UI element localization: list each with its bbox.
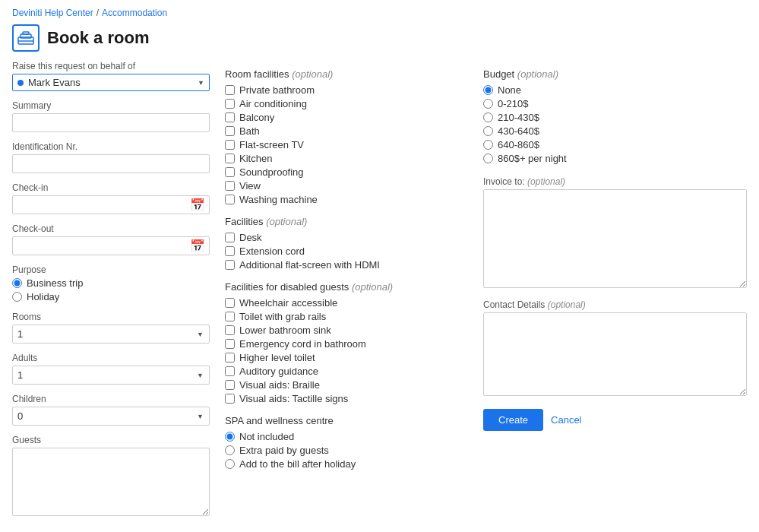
facility-hdmi-checkbox[interactable] [225,260,235,270]
facilities-group: Desk Extension cord Additional flat-scre… [225,232,468,271]
facility-high-toilet-checkbox[interactable] [225,353,235,363]
create-button[interactable]: Create [483,409,543,431]
facility-emergency-cord-checkbox[interactable] [225,339,235,349]
facility-washing-machine[interactable]: Washing machine [225,194,468,205]
children-field: Children 012 [12,394,210,426]
spa-not-included[interactable]: Not included [225,431,468,442]
facility-high-toilet[interactable]: Higher level toilet [225,352,468,363]
budget-640-860-radio[interactable] [483,140,493,150]
facility-extension-cord[interactable]: Extension cord [225,245,468,257]
purpose-holiday-radio[interactable] [12,292,22,302]
facility-auditory[interactable]: Auditory guidance [225,366,468,377]
requester-label: Raise this request on behalf of [12,61,210,71]
facility-hdmi[interactable]: Additional flat-screen with HDMI [225,259,468,271]
adults-select-wrapper: 123 [12,366,210,385]
budget-210-430[interactable]: 210-430$ [483,112,747,123]
contact-textarea[interactable] [483,312,747,396]
facility-low-sink[interactable]: Lower bathroom sink [225,325,468,336]
spa-add-bill[interactable]: Add to the bill after holiday [225,458,468,470]
requester-dropdown[interactable]: Mark Evans ▼ [12,74,210,91]
facility-flat-tv-checkbox[interactable] [225,140,235,150]
spa-extra-paid[interactable]: Extra paid by guests [225,445,468,456]
budget-640-860[interactable]: 640-860$ [483,139,747,150]
budget-430-640[interactable]: 430-640$ [483,125,747,137]
adults-field: Adults 123 [12,353,210,385]
facility-braille[interactable]: Visual aids: Braille [225,379,468,391]
guests-textarea[interactable] [12,448,210,516]
checkout-input[interactable] [12,236,210,255]
rooms-select-wrapper: 123 [12,325,210,344]
checkout-label: Check-out [12,223,210,234]
facility-air-conditioning-checkbox[interactable] [225,99,235,109]
facility-wheelchair-checkbox[interactable] [225,298,235,308]
children-select[interactable]: 012 [12,407,210,426]
id-field: Identification Nr. [12,141,210,173]
purpose-field: Purpose Business trip Holiday [12,264,210,302]
facility-private-bathroom-checkbox[interactable] [225,85,235,95]
facility-grab-rails[interactable]: Toilet with grab rails [225,311,468,322]
checkout-calendar-icon[interactable]: 📅 [190,239,205,253]
spa-extra-paid-radio[interactable] [225,445,235,455]
facility-extension-cord-checkbox[interactable] [225,246,235,256]
facility-air-conditioning[interactable]: Air conditioning [225,98,468,109]
purpose-holiday[interactable]: Holiday [12,291,210,302]
guests-label: Guests [12,435,210,445]
rooms-select[interactable]: 123 [12,325,210,344]
facility-grab-rails-checkbox[interactable] [225,312,235,321]
checkin-calendar-icon[interactable]: 📅 [190,198,205,212]
breadcrumb-accommodation[interactable]: Accommodation [102,8,167,18]
id-input[interactable] [12,154,210,173]
facility-flat-tv[interactable]: Flat-screen TV [225,139,468,150]
facility-kitchen[interactable]: Kitchen [225,153,468,164]
facility-view[interactable]: View [225,180,468,192]
facility-wheelchair[interactable]: Wheelchair accessible [225,297,468,309]
facility-soundproofing[interactable]: Soundproofing [225,166,468,178]
facility-private-bathroom[interactable]: Private bathroom [225,84,468,96]
children-select-wrapper: 012 [12,407,210,426]
spa-not-included-radio[interactable] [225,432,235,442]
page-icon [12,24,40,52]
budget-860-plus[interactable]: 860$+ per night [483,153,747,164]
breadcrumb-home[interactable]: Deviniti Help Center [12,8,93,18]
purpose-business[interactable]: Business trip [12,277,210,289]
checkin-wrapper: 📅 [12,195,210,214]
facility-tactile[interactable]: Visual aids: Tactille signs [225,393,468,404]
facility-low-sink-checkbox[interactable] [225,325,235,335]
facility-braille-checkbox[interactable] [225,380,235,390]
spa-heading: SPA and wellness centre [225,415,468,426]
facility-washing-machine-checkbox[interactable] [225,195,235,204]
spa-add-bill-radio[interactable] [225,459,235,469]
budget-none[interactable]: None [483,84,747,96]
facility-desk[interactable]: Desk [225,232,468,243]
checkin-input[interactable] [12,195,210,214]
budget-0-210[interactable]: 0-210$ [483,98,747,109]
facility-auditory-checkbox[interactable] [225,366,235,376]
children-label: Children [12,394,210,404]
budget-860-plus-radio[interactable] [483,154,493,163]
summary-input[interactable] [12,113,210,132]
facility-view-checkbox[interactable] [225,181,235,191]
facility-balcony[interactable]: Balcony [225,112,468,123]
facility-bath-checkbox[interactable] [225,126,235,136]
purpose-business-radio[interactable] [12,278,22,288]
facility-soundproofing-checkbox[interactable] [225,167,235,177]
facility-kitchen-checkbox[interactable] [225,154,235,163]
facility-tactile-checkbox[interactable] [225,394,235,404]
facility-emergency-cord[interactable]: Emergency cord in bathroom [225,338,468,350]
contact-field: Contact Details (optional) [483,299,747,398]
facility-desk-checkbox[interactable] [225,233,235,242]
budget-none-radio[interactable] [483,85,493,95]
adults-label: Adults [12,353,210,363]
requester-value: Mark Evans [28,77,193,88]
invoice-textarea[interactable] [483,189,747,288]
facility-balcony-checkbox[interactable] [225,112,235,122]
adults-select[interactable]: 123 [12,366,210,385]
budget-0-210-radio[interactable] [483,99,493,109]
facility-bath[interactable]: Bath [225,125,468,137]
budget-430-640-radio[interactable] [483,126,493,136]
requester-field: Raise this request on behalf of Mark Eva… [12,61,210,91]
checkin-label: Check-in [12,182,210,193]
cancel-button[interactable]: Cancel [551,414,581,426]
budget-210-430-radio[interactable] [483,112,493,122]
left-column: Raise this request on behalf of Mark Eva… [12,61,210,527]
